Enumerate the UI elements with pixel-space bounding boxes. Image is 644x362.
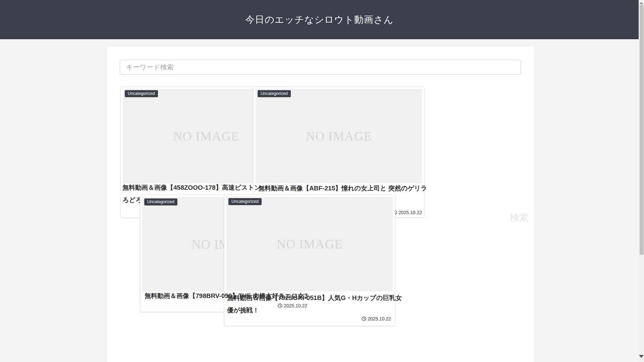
search-input[interactable] — [120, 60, 521, 75]
category-badge[interactable]: Uncategorized — [258, 90, 291, 97]
post-title[interactable]: 無料動画＆画像【458ZOOO-178】高速ピストン — [122, 183, 261, 192]
clock-icon — [362, 316, 366, 321]
post-date-text: 2025.10.22 — [368, 316, 391, 321]
post-title[interactable]: ろどろ — [122, 196, 142, 205]
category-badge[interactable]: Uncategorized — [144, 198, 177, 205]
category-badge[interactable]: Uncategorized — [228, 198, 262, 205]
search-button[interactable]: 検索 — [504, 212, 534, 224]
no-image-placeholder: NO IMAGE — [277, 237, 343, 251]
post-date: 2025.10.22 — [362, 316, 391, 321]
post-date-text: 2025.10.22 — [398, 210, 422, 215]
post-date: 2025.10.22 — [278, 303, 307, 308]
scrollbar-up-arrow-icon[interactable] — [639, 2, 643, 4]
post-date-text: 2025.10.22 — [284, 303, 307, 308]
post-thumbnail[interactable]: NO IMAGE Uncategorized — [226, 197, 393, 291]
post-title[interactable]: 無料動画＆画像【792SGKI-051B】人気G・Hカップの巨乳女 — [227, 294, 402, 303]
clock-icon — [278, 303, 282, 308]
post-title[interactable]: 優が挑戦！ — [227, 306, 259, 315]
post-date: 2025.10.22 — [392, 210, 422, 215]
no-image-placeholder: NO IMAGE — [173, 129, 239, 143]
scrollbar-thumb[interactable] — [640, 5, 644, 255]
category-badge[interactable]: Uncategorized — [125, 90, 158, 97]
site-title: 今日のエッチなシロウト動画さん — [245, 13, 393, 26]
post-title[interactable]: 無料動画＆画像【ABF-215】憧れの女上司と 突然のゲリラ — [258, 184, 427, 193]
post-thumbnail[interactable]: NO IMAGE Uncategorized — [256, 89, 422, 183]
scrollbar-down-arrow-icon[interactable] — [639, 355, 644, 358]
no-image-placeholder: NO IMAGE — [306, 129, 372, 143]
site-header: 今日のエッチなシロウト動画さん — [0, 0, 639, 39]
